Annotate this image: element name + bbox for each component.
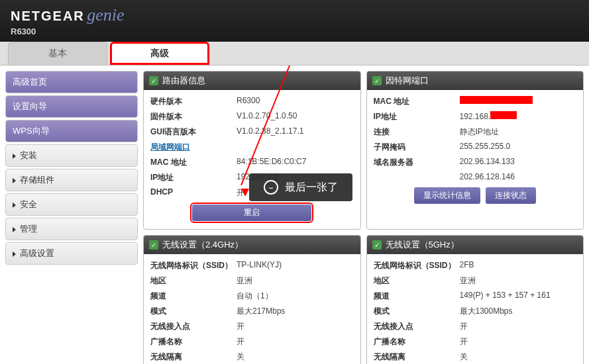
info-row: 无线隔离关 xyxy=(150,349,354,364)
row-key: 无线网络标识（SSID） xyxy=(150,260,237,271)
row-value: 202.96.134.133 xyxy=(460,157,515,168)
check-icon: ✓ xyxy=(372,240,382,250)
row-key: 子网掩码 xyxy=(374,142,460,153)
sidebar-label: 安全 xyxy=(20,199,37,209)
row-key: 无线网络标识（SSID） xyxy=(374,260,460,271)
info-row: 地区亚洲 xyxy=(150,273,354,289)
info-row: 广播名称开 xyxy=(374,334,577,349)
info-row: 广播名称开 xyxy=(150,334,354,349)
row-value: 最大1300Mbps xyxy=(460,306,513,317)
check-icon: ✓ xyxy=(372,76,382,85)
sidebar-item[interactable]: 安全 xyxy=(5,193,138,216)
show-stats-button[interactable]: 显示统计信息 xyxy=(414,187,480,204)
panel-title: 无线设置（5GHz） xyxy=(386,239,459,251)
info-row: 地区亚洲 xyxy=(374,273,577,289)
sidebar-item[interactable]: 高级设置 xyxy=(5,242,138,265)
row-value: 2FB xyxy=(460,260,474,271)
tab-basic[interactable]: 基本 xyxy=(8,42,107,65)
row-value: 开 xyxy=(237,321,244,332)
row-value: 自动（1） xyxy=(237,291,273,302)
row-key: 模式 xyxy=(374,306,460,317)
toast-overlay: ⌣ 最后一张了 xyxy=(249,173,352,201)
sidebar-item[interactable]: WPS向导 xyxy=(5,120,138,142)
redacted-bar xyxy=(490,111,517,119)
sidebar-label: 存储组件 xyxy=(20,175,54,185)
info-row: 无线网络标识（SSID）2FB xyxy=(374,258,577,273)
row-key: 地区 xyxy=(374,275,460,287)
row-key: MAC 地址 xyxy=(150,157,237,168)
info-row: 固件版本V1.0.2.70_1.0.50 xyxy=(150,109,354,124)
row-key: 域名服务器 xyxy=(374,157,460,168)
sidebar-item[interactable]: 设置向导 xyxy=(5,95,138,118)
info-row: 硬件版本R6300 xyxy=(150,94,354,109)
row-value: 149(P) + 153 + 157 + 161 xyxy=(460,291,551,302)
row-key: 无线接入点 xyxy=(150,321,237,332)
row-key: 无线接入点 xyxy=(374,321,460,332)
row-value: TP-LINK(YJ) xyxy=(237,260,282,271)
row-key: GUI语言版本 xyxy=(150,126,237,138)
row-value: 亚洲 xyxy=(237,275,252,287)
sidebar-label: WPS向导 xyxy=(13,126,50,136)
info-row: IP地址192.168. xyxy=(374,109,577,124)
info-row: 连接静态IP地址 xyxy=(374,124,577,140)
row-key: 广播名称 xyxy=(150,336,237,347)
info-row: 无线网络标识（SSID）TP-LINK(YJ) xyxy=(150,258,354,273)
tabs: 基本 高级 xyxy=(0,42,589,66)
panel-wireless-5: ✓无线设置（5GHz） 无线网络标识（SSID）2FB地区亚洲频道149(P) … xyxy=(366,235,584,364)
panel-title: 因特网端口 xyxy=(386,75,429,87)
row-value xyxy=(460,96,533,107)
chevron-right-icon xyxy=(13,178,16,183)
row-value: 开 xyxy=(237,336,244,347)
row-value: 最大217Mbps xyxy=(237,306,285,317)
genie-logo: genie xyxy=(87,5,124,24)
sidebar-item[interactable]: 安装 xyxy=(5,144,138,167)
row-value: 84:1B:5E:D6:C0:C7 xyxy=(237,157,306,168)
row-key: DHCP xyxy=(150,187,237,199)
info-row: 子网掩码255.255.255.0 xyxy=(374,140,577,155)
sidebar-label: 高级设置 xyxy=(20,248,54,258)
chevron-right-icon xyxy=(13,227,16,232)
row-key: 广播名称 xyxy=(374,336,460,347)
row-key: 硬件版本 xyxy=(150,96,237,107)
conn-status-button[interactable]: 连接状态 xyxy=(486,187,536,204)
row-key: 模式 xyxy=(150,306,237,317)
row-value: 192.168. xyxy=(460,111,517,122)
chevron-right-icon xyxy=(13,251,16,257)
reboot-button[interactable]: 重启 xyxy=(192,205,311,221)
panel-internet-port: ✓因特网端口 MAC 地址IP地址192.168.连接静态IP地址子网掩码255… xyxy=(366,71,584,230)
sidebar-item[interactable]: 存储组件 xyxy=(5,169,138,191)
sidebar-label: 高级首页 xyxy=(13,77,47,87)
tab-advanced[interactable]: 高级 xyxy=(110,42,209,65)
row-value: R6300 xyxy=(237,96,260,107)
toast-text: 最后一张了 xyxy=(285,181,338,195)
sidebar-item[interactable]: 管理 xyxy=(5,218,138,240)
check-icon: ✓ xyxy=(149,240,158,250)
row-value: 开 xyxy=(460,336,468,347)
info-row: 202.96.128.146 xyxy=(374,170,577,183)
model: R6300 xyxy=(11,26,578,36)
info-row: 域名服务器202.96.134.133 xyxy=(374,155,577,170)
lan-port-link[interactable]: 局域网端口 xyxy=(150,142,190,153)
row-key: 频道 xyxy=(374,291,460,302)
row-value: 静态IP地址 xyxy=(460,126,499,138)
annotation-arrow-head xyxy=(241,189,249,197)
row-value: 202.96.128.146 xyxy=(460,172,515,181)
row-value: 开 xyxy=(460,321,468,332)
smile-icon: ⌣ xyxy=(264,180,278,195)
panel-wireless-24: ✓无线设置（2.4GHz） 无线网络标识（SSID）TP-LINK(YJ)地区亚… xyxy=(143,235,361,364)
sidebar: 高级首页设置向导WPS向导安装存储组件安全管理高级设置 xyxy=(5,71,138,364)
info-row: 无线接入点开 xyxy=(150,319,354,334)
row-key xyxy=(374,172,460,181)
row-value: V1.0.2.38_2.1.17.1 xyxy=(237,126,303,138)
sidebar-item[interactable]: 高级首页 xyxy=(5,71,138,93)
panel-router-info: ✓路由器信息 硬件版本R6300固件版本V1.0.2.70_1.0.50GUI语… xyxy=(143,71,361,230)
info-row: 模式最大217Mbps xyxy=(150,304,354,319)
info-row: GUI语言版本V1.0.2.38_2.1.17.1 xyxy=(150,124,354,140)
info-row: 频道自动（1） xyxy=(150,289,354,304)
sidebar-label: 管理 xyxy=(20,224,37,234)
sidebar-label: 设置向导 xyxy=(13,101,47,111)
row-key: MAC 地址 xyxy=(374,96,460,107)
chevron-right-icon xyxy=(13,203,16,208)
row-value: 关 xyxy=(237,351,244,363)
info-row: MAC 地址 xyxy=(374,94,577,109)
